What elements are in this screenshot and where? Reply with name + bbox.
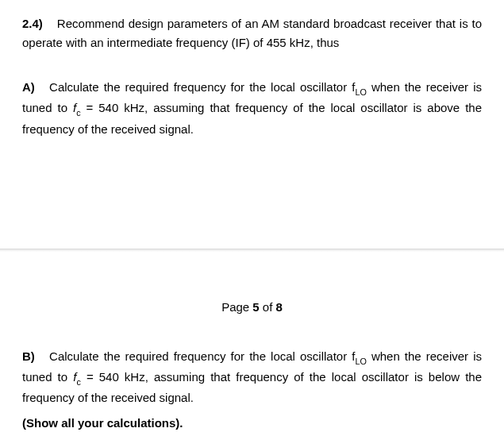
part-a-text-1 bbox=[40, 80, 49, 94]
question-intro: 2.4)Recommend design parameters of an AM… bbox=[22, 14, 482, 52]
part-a-text-4: = 540 kHz, assuming that frequency of th… bbox=[22, 101, 482, 135]
fc-sub-b: c bbox=[76, 377, 80, 387]
part-b-text-2: Calculate the required frequency for the… bbox=[49, 349, 355, 363]
part-a-label: A) bbox=[22, 80, 35, 94]
page-current: 5 bbox=[252, 300, 259, 314]
question-intro-text: Recommend design parameters of an AM sta… bbox=[22, 17, 482, 49]
part-a: A) Calculate the required frequency for … bbox=[22, 78, 482, 139]
subscript-lo-b: LO bbox=[355, 357, 366, 366]
part-b-note: (Show all your calculations). bbox=[22, 414, 482, 432]
question-number: 2.4) bbox=[22, 17, 43, 30]
blank-space bbox=[22, 145, 482, 249]
page-of: of bbox=[260, 300, 276, 314]
subscript-lo-a: LO bbox=[355, 87, 366, 97]
part-b: B) Calculate the required frequency for … bbox=[22, 347, 482, 408]
page-total: 8 bbox=[276, 300, 283, 314]
part-a-text-2: Calculate the required frequency for the… bbox=[49, 80, 355, 94]
page-number: Page 5 of 8 bbox=[22, 298, 482, 317]
show-calculations-note: (Show all your calculations). bbox=[22, 416, 183, 430]
page-divider bbox=[0, 249, 504, 252]
part-b-label: B) bbox=[22, 349, 35, 363]
part-b-text-1 bbox=[40, 349, 49, 363]
fc-sub-a: c bbox=[76, 108, 80, 118]
page-prefix: Page bbox=[221, 300, 252, 314]
part-b-text-4: = 540 kHz, assuming that frequency of th… bbox=[22, 370, 482, 404]
